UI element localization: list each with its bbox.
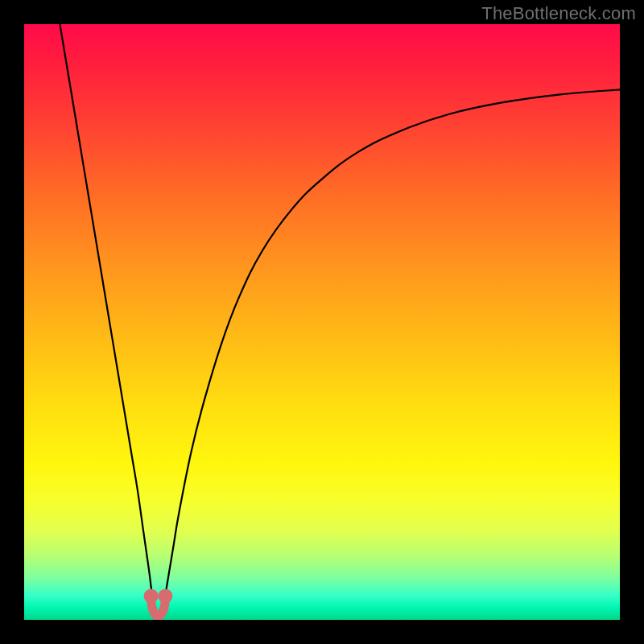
watermark-text: TheBottleneck.com [481, 3, 636, 24]
chart-stage: TheBottleneck.com [0, 0, 644, 644]
marker-min-left [144, 588, 159, 603]
marker-layer [24, 24, 620, 620]
marker-min-right [158, 588, 172, 603]
plot-area [24, 24, 620, 620]
